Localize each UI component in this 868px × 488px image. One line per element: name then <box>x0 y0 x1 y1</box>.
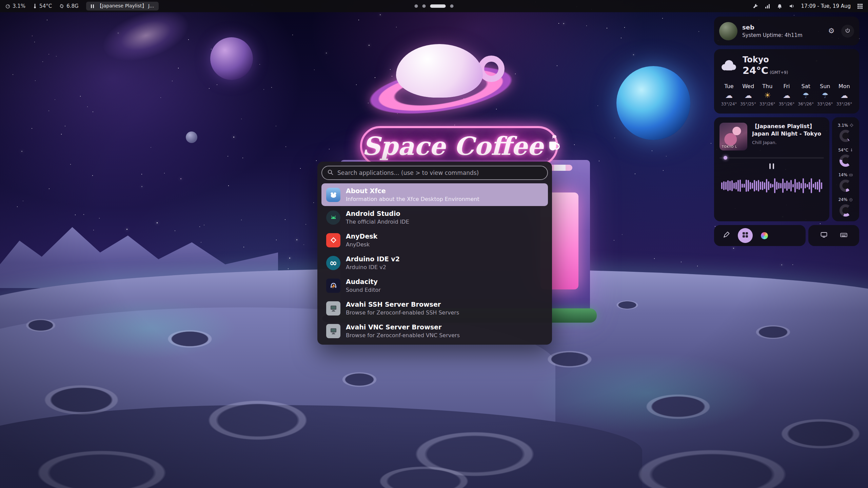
top-bar: 3.1% 54°C 6.8G 【Japanese Playlist】 J... … <box>0 0 868 12</box>
track-title: 【Japanese Playlist】 Japan All Night - To… <box>752 123 824 138</box>
forecast-sun: Sun☂33°/26° <box>816 83 834 106</box>
app-row-avahi-vnc-server-browser[interactable]: Avahi VNC Server BrowserBrowse for Zeroc… <box>321 320 548 341</box>
app-row-avahi-ssh-server-browser[interactable]: Avahi SSH Server BrowserBrowse for Zeroc… <box>321 297 548 320</box>
top-bar-right: 17:09 - Tue, 19 Aug <box>753 3 863 9</box>
forecast-day: Wed <box>742 83 754 89</box>
app-row-about-xfce[interactable]: About XfceInformation about the Xfce Des… <box>321 183 548 206</box>
rain-icon: ☂ <box>803 92 809 99</box>
forecast-temps: 35°/26° <box>779 102 795 106</box>
ram-gauge: 14% <box>834 172 857 192</box>
temp-value: 54°C <box>39 3 52 9</box>
gauge-arc <box>840 130 852 142</box>
volume-icon[interactable] <box>789 3 794 9</box>
app-title: About Xfce <box>346 187 479 195</box>
clock[interactable]: 17:09 - Tue, 19 Aug <box>801 3 851 9</box>
workspace-3-active[interactable] <box>430 4 446 8</box>
cpu-gauge-icon <box>5 4 10 8</box>
power-button[interactable] <box>841 25 854 38</box>
forecast-thu: Thu☀33°/26° <box>758 83 776 106</box>
tools-icon[interactable] <box>753 3 758 9</box>
weather-city: Tokyo <box>743 55 788 65</box>
weather-panel: Tokyo 24°C(GMT+9) Tue☁33°/24°Wed☁35°/25°… <box>714 49 859 114</box>
app-row-audacity[interactable]: AudacitySound Editor <box>321 274 548 297</box>
workspace-2[interactable] <box>422 4 426 8</box>
system-stats: 3.1% 54°C 6.8G 【Japanese Playlist】 J... <box>5 2 159 11</box>
pen-icon <box>723 231 730 240</box>
display-button[interactable] <box>816 228 831 243</box>
app-grid-icon[interactable] <box>857 4 863 9</box>
user-name: seb <box>742 24 803 31</box>
app-description: The official Android IDE <box>346 219 409 225</box>
keyboard-button[interactable] <box>836 228 851 243</box>
album-art: TOKYO L <box>719 123 747 150</box>
music-widget[interactable]: 【Japanese Playlist】 J... <box>86 2 159 11</box>
pen-button[interactable] <box>719 228 734 243</box>
temp-gauge: 54°C <box>834 147 857 167</box>
android-app-icon <box>326 210 340 225</box>
cloud-icon: ☁ <box>745 92 752 99</box>
cloud-icon: ☁ <box>725 92 733 99</box>
app-description: Browse for Zeroconf-enabled SSH Servers <box>346 309 459 316</box>
app-row-android-studio[interactable]: Android StudioThe official Android IDE <box>321 206 548 229</box>
forecast-temps: 33°/26° <box>836 102 852 106</box>
gauge-value: 54°C <box>838 148 848 152</box>
weather-temp: 24°C <box>743 65 768 76</box>
gauge-arc <box>840 155 852 167</box>
settings-button[interactable]: ⚙ <box>825 25 838 38</box>
cpu-stat: 3.1% <box>5 3 25 9</box>
app-title: Avahi VNC Server Browser <box>346 323 460 331</box>
gauge-arc <box>840 204 852 217</box>
forecast-temps: 33°/26° <box>817 102 833 106</box>
search-input[interactable] <box>337 169 542 176</box>
weather-timezone: (GMT+9) <box>770 70 788 75</box>
forecast-day: Fri <box>783 83 790 89</box>
keyboard-icon <box>840 231 847 240</box>
workspace-4[interactable] <box>450 4 454 8</box>
app-row-arduino-ide-v2[interactable]: ∞Arduino IDE v2Arduino IDE v2 <box>321 251 548 274</box>
quick-actions-panel <box>714 225 806 246</box>
forecast-tue: Tue☁33°/24° <box>720 83 738 106</box>
memory-stat: 6.8G <box>59 3 78 9</box>
app-description: Information about the Xfce Desktop Envir… <box>346 196 479 202</box>
device-actions-panel <box>808 225 859 246</box>
temp-mini-icon <box>850 147 853 153</box>
avatar[interactable] <box>719 22 737 40</box>
color-picker-button[interactable] <box>757 228 772 243</box>
forecast-day: Sat <box>802 83 810 89</box>
app-title: Arduino IDE v2 <box>346 255 400 263</box>
app-launcher: About XfceInformation about the Xfce Des… <box>317 162 552 345</box>
forecast-temps: 33°/24° <box>721 102 737 106</box>
gauge-value: 3.1% <box>838 123 848 128</box>
app-row-anydesk[interactable]: AnyDeskAnyDesk <box>321 229 548 251</box>
cpu-value: 3.1% <box>13 3 25 9</box>
app-description: Browse for Zeroconf-enabled VNC Servers <box>346 332 460 339</box>
app-description: Arduino IDE v2 <box>346 264 400 270</box>
server-app-icon <box>326 324 340 338</box>
forecast-day: Sun <box>820 83 830 89</box>
track-progress-bar[interactable] <box>719 157 824 159</box>
app-list: About XfceInformation about the Xfce Des… <box>321 183 548 341</box>
bell-icon[interactable] <box>777 4 782 9</box>
xfce-app-icon <box>326 188 340 202</box>
arduino-app-icon: ∞ <box>326 256 340 270</box>
track-subtitle: Chill Japan. <box>752 140 824 145</box>
temp-stat: 54°C <box>33 3 52 9</box>
app-launcher-button[interactable] <box>738 228 753 243</box>
network-icon[interactable] <box>765 3 770 9</box>
memory-value: 6.8G <box>66 3 78 9</box>
audio-waveform <box>719 171 824 200</box>
forecast-day: Tue <box>724 83 733 89</box>
progress-handle[interactable] <box>724 156 727 160</box>
forecast-temps: 36°/26° <box>798 102 814 106</box>
forecast-wed: Wed☁35°/25° <box>739 83 757 106</box>
thermometer-icon <box>33 4 37 8</box>
album-label: TOKYO L <box>722 145 737 148</box>
media-pause-button[interactable] <box>719 163 824 169</box>
forecast-day: Mon <box>839 83 850 89</box>
app-title: Android Studio <box>346 210 409 218</box>
rain-icon: ☂ <box>822 92 828 99</box>
forecast-sat: Sat☂36°/26° <box>797 83 815 106</box>
app-title: Avahi SSH Server Browser <box>346 301 459 308</box>
app-title: Audacity <box>346 278 381 286</box>
workspace-1[interactable] <box>415 4 418 8</box>
